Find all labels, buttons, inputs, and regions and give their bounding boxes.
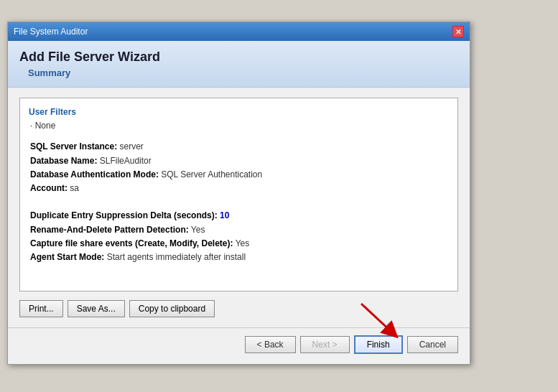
account-label: Account: bbox=[30, 183, 68, 193]
close-button[interactable]: ✕ bbox=[452, 26, 464, 37]
db-auth-value: SQL Server Authentication bbox=[161, 169, 262, 179]
rename-label: Rename-And-Delete Pattern Detection: bbox=[30, 225, 189, 235]
nav-buttons-row: < Back Next > Finish Cancel bbox=[8, 327, 470, 364]
account-value: sa bbox=[70, 183, 79, 193]
capture-row: Capture file share events (Create, Modif… bbox=[30, 237, 449, 251]
back-button[interactable]: < Back bbox=[245, 336, 296, 353]
wizard-subtitle: Summary bbox=[28, 67, 458, 78]
summary-box[interactable]: User Filters · None SQL Server Instance:… bbox=[19, 98, 458, 291]
next-button[interactable]: Next > bbox=[300, 336, 350, 353]
title-bar-text: File System Auditor bbox=[14, 27, 88, 37]
agent-start-row: Agent Start Mode: Start agents immediate… bbox=[30, 251, 449, 264]
sql-instance-row: SQL Server Instance: server bbox=[30, 140, 449, 154]
print-button[interactable]: Print... bbox=[19, 300, 63, 317]
agent-start-label: Agent Start Mode: bbox=[30, 252, 104, 262]
capture-value: Yes bbox=[236, 238, 250, 248]
user-filters-label: User Filters bbox=[29, 106, 449, 119]
wizard-title: Add File Server Wizard bbox=[19, 50, 458, 65]
user-filters-value: · None bbox=[30, 119, 449, 133]
cancel-button[interactable]: Cancel bbox=[407, 336, 458, 353]
db-name-row: Database Name: SLFileAuditor bbox=[30, 154, 449, 168]
capture-label: Capture file share events (Create, Modif… bbox=[30, 238, 233, 248]
dialog-content: User Filters · None SQL Server Instance:… bbox=[8, 88, 470, 327]
rename-row: Rename-And-Delete Pattern Detection: Yes bbox=[30, 223, 449, 237]
db-name-label: Database Name: bbox=[30, 156, 97, 166]
rename-value: Yes bbox=[191, 225, 205, 235]
sql-instance-value: server bbox=[120, 141, 144, 151]
copy-clipboard-button[interactable]: Copy to clipboard bbox=[129, 300, 215, 317]
db-name-value: SLFileAuditor bbox=[100, 156, 152, 166]
db-auth-label: Database Authentication Mode: bbox=[30, 169, 159, 179]
dup-entry-label: Duplicate Entry Suppression Delta (secon… bbox=[30, 210, 218, 220]
agent-start-value: Start agents immediately after install bbox=[107, 252, 246, 262]
title-bar: File System Auditor ✕ bbox=[8, 22, 470, 41]
svg-line-1 bbox=[361, 304, 392, 332]
dialog-window: File System Auditor ✕ Add File Server Wi… bbox=[7, 22, 470, 365]
dialog-header: Add File Server Wizard Summary bbox=[8, 41, 470, 88]
save-as-button[interactable]: Save As... bbox=[68, 300, 125, 317]
user-filters-section: User Filters · None bbox=[29, 106, 449, 133]
red-arrow-indicator bbox=[358, 300, 401, 340]
dup-entry-value: 10 bbox=[220, 210, 229, 220]
sql-instance-label: SQL Server Instance: bbox=[30, 141, 117, 151]
db-auth-row: Database Authentication Mode: SQL Server… bbox=[30, 168, 449, 182]
account-row: Account: sa bbox=[30, 182, 449, 195]
dup-entry-row: Duplicate Entry Suppression Delta (secon… bbox=[30, 209, 449, 223]
